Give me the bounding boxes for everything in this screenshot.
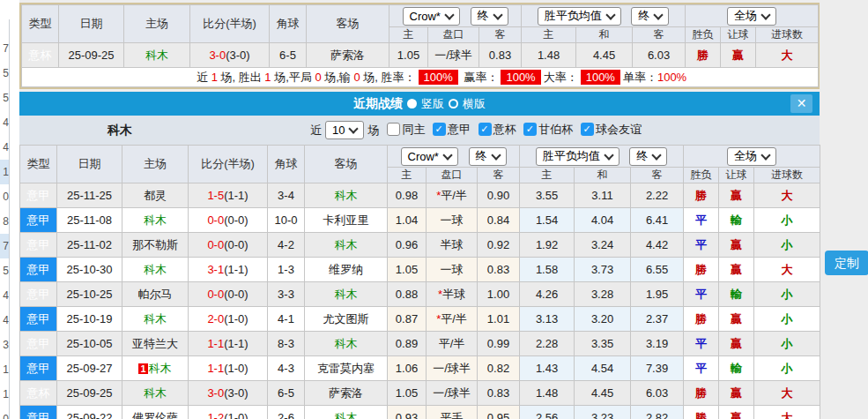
cell-result: 勝 [684,307,719,332]
cell-mean-away: 6.03 [633,43,686,68]
cell-odds-home: 1.05 [389,43,428,68]
league-filter[interactable]: 甘伯杯 [523,122,573,138]
customize-button[interactable]: 定制 [825,251,868,275]
checkbox-icon[interactable] [479,123,492,136]
cell-away-team: 科木 [305,233,388,258]
vertical-layout-label[interactable]: 竖版 [421,96,444,112]
cell-odds-home: 1.04 [388,208,427,233]
match-count-select[interactable]: 10 [325,121,364,139]
mean-type-select[interactable]: 胜平负均值 [538,7,621,26]
cell-result: 平 [684,208,719,233]
chevron-down-icon [349,123,359,133]
league-filter-label[interactable]: 甘伯杯 [538,122,573,138]
cell-goals: 大 [754,258,820,282]
history-row: 意甲 25-11-08 科木 0-0(0-0) 10-0 卡利亚里 1.04 一… [20,208,820,233]
games-label: 场 [367,123,379,138]
clipped-number: 0 [0,407,9,419]
cell-home-team: 帕尔马 [122,282,189,307]
cell-result: 勝 [684,381,719,406]
cell-handicap-line: 半球 [427,233,478,258]
league-filter-label[interactable]: 意甲 [448,122,471,138]
col-goals: 进球数 [754,168,820,183]
scope-select[interactable]: 全场 [727,7,776,26]
clipped-number: 4 [0,110,9,135]
cell-odds-away: 0.99 [478,332,520,356]
cell-result: 勝 [684,406,719,419]
stats-segment: 赢率： [461,71,499,84]
cell-mean-away: 3.19 [631,332,684,356]
history-row: 意甲 25-10-30 科木 3-1(1-1) 1-3 维罗纳 1.05 一球 … [20,258,820,282]
league-filter-label[interactable]: 意杯 [493,122,516,138]
bookmaker-select[interactable]: Crow* [401,147,458,166]
league-filter-label[interactable]: 同主 [402,122,425,138]
match-summary-box: 类型 日期 主场 比分(半场) 角球 客场 Crow* 终 胜平负均值 终 [19,3,820,89]
cell-date: 25-10-19 [57,307,122,332]
cell-league: 意甲 [20,233,57,258]
chevron-down-icon [491,150,501,160]
cell-mean-home: 2.56 [520,406,575,419]
cell-handicap-result: 贏 [719,307,754,332]
stats-segment: 1 [211,71,218,84]
checkbox-icon[interactable] [523,123,537,136]
cell-away-team: 科木 [305,332,388,356]
horizontal-layout-radio[interactable] [449,99,458,108]
vertical-layout-radio[interactable] [407,99,417,108]
scope-select[interactable]: 全场 [727,147,776,166]
chevron-down-icon [444,10,454,19]
league-filter[interactable]: 球会友谊 [581,122,642,138]
col-odds-home: 主 [388,168,427,183]
chevron-down-icon [604,150,613,160]
cell-handicap-line: 平/半 [427,332,478,356]
league-filter-label[interactable]: 球会友谊 [596,122,642,138]
col-result: 胜负 [684,168,719,183]
cell-odds-away: 0.92 [478,233,520,258]
league-filter[interactable]: 意甲 [433,122,471,138]
cell-league: 意甲 [20,183,57,208]
cell-handicap-line: 一/球半 [427,356,478,381]
horizontal-layout-label[interactable]: 横版 [463,96,486,112]
cell-mean-away: 7.39 [631,356,684,381]
cell-handicap-result: 輸 [719,282,754,307]
cell-goals: 大 [754,183,820,208]
clipped-number: 8 [0,209,9,234]
odds-stage-select[interactable]: 终 [469,147,507,166]
mean-stage-select[interactable]: 终 [631,7,669,26]
col-goals: 进球数 [756,27,819,43]
checkbox-icon[interactable] [581,123,594,136]
cell-away-team: 卡利亚里 [305,208,388,233]
chevron-down-icon [760,10,770,19]
mean-stage-select[interactable]: 终 [629,147,667,166]
cell-date: 25-10-25 [57,282,122,307]
checkbox-icon[interactable] [433,123,446,136]
cell-odds-away: 0.90 [478,183,520,208]
mean-type-select[interactable]: 胜平负均值 [536,147,619,166]
cell-score: 1-2(1-0) [189,406,268,419]
col-handicap-result: 让球 [719,168,754,183]
cell-corner: 6-5 [268,381,305,406]
cell-home-team: 都灵 [122,183,189,208]
checkbox-icon[interactable] [387,123,400,136]
cell-score: 3-0(3-0) [189,381,268,406]
league-filter[interactable]: 意杯 [479,122,516,138]
cell-away-team: 科木 [305,406,388,419]
bookmaker-select[interactable]: Crow* [403,7,460,26]
cell-score: 1-5(1-1) [189,183,268,208]
cell-result: 平 [684,356,719,381]
cell-mean-away: 6.41 [631,208,684,233]
cell-goals: 大 [754,406,820,419]
cell-odds-home: 0.93 [388,406,427,419]
cell-mean-away: 2.82 [631,406,684,419]
cell-corner: 8-3 [268,332,305,356]
cell-result: 勝 [684,258,719,282]
close-icon[interactable]: ✕ [790,94,812,113]
cell-handicap-line: 一球 [427,258,478,282]
cell-corner: 4-2 [268,233,305,258]
cell-handicap-line: 一球 [427,208,478,233]
cell-home-team: 亚特兰大 [122,332,189,356]
cell-handicap-result: 贏 [719,233,754,258]
cell-date: 25-09-22 [57,406,122,419]
league-filter[interactable]: 同主 [387,122,425,138]
history-row: 意甲 25-10-19 科木 2-0(1-0) 4-1 尤文图斯 0.87 *平… [20,307,820,332]
odds-stage-select[interactable]: 终 [471,7,508,26]
cell-mean-draw: 3.35 [575,332,631,356]
